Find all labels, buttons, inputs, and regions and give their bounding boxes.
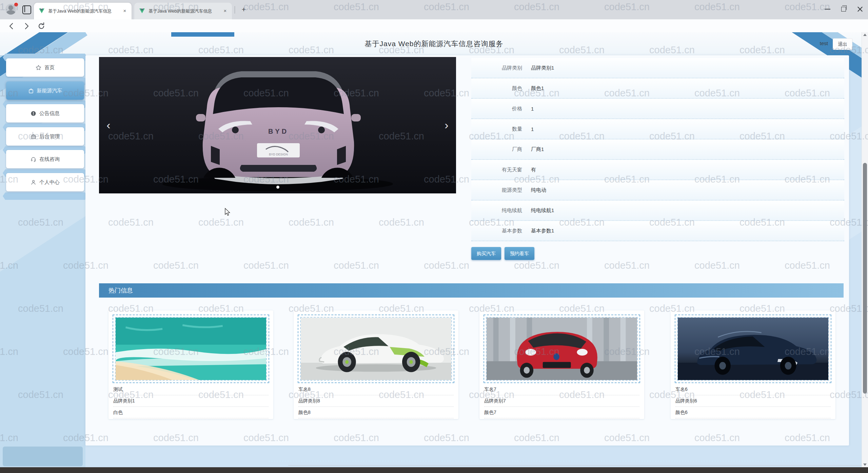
bottom-left-ribbon [3, 447, 83, 466]
card-brand: 品牌类别1 [113, 395, 269, 407]
scroll-up-icon[interactable] [863, 34, 867, 36]
bottom-dotted-divider [269, 460, 838, 462]
card-image-red-ev[interactable] [486, 317, 638, 381]
svg-text:BYD: BYD [268, 128, 289, 135]
sidebar-item-consult[interactable]: 在线咨询 [6, 150, 84, 168]
sidebar-item-vehicles[interactable]: 新能源汽车 [6, 81, 84, 100]
browser-tab-inactive[interactable]: 基于Java Web的新能源汽车信息 × [134, 3, 232, 19]
card-color: 颜色6 [675, 407, 831, 418]
username-label: test [820, 40, 828, 46]
card-brand: 品牌类别7 [484, 395, 639, 407]
detail-value: 1 [531, 106, 534, 112]
person-icon [31, 179, 36, 185]
avatar-shoulders-icon [6, 10, 15, 15]
card-image-frame [675, 315, 831, 383]
card-image-frame [484, 315, 640, 383]
scrollbar-thumb[interactable] [863, 163, 867, 394]
vue-favicon [39, 8, 45, 14]
svg-text:BYD DESIGN: BYD DESIGN [269, 153, 288, 156]
new-tab-button[interactable]: + [239, 5, 248, 14]
page-scrollbar[interactable] [862, 32, 868, 467]
detail-label: 颜色 [471, 85, 522, 92]
scroll-down-icon[interactable] [863, 463, 867, 466]
hot-card[interactable]: 车名6 品牌类别6 颜色6 [671, 310, 835, 419]
detail-value: 颜色1 [531, 85, 544, 92]
card-image-beach[interactable] [115, 317, 267, 381]
shopping-bag-icon [28, 88, 34, 94]
detail-row: 品牌类别品牌类别1 [471, 58, 844, 78]
card-name[interactable]: 车名8 [298, 384, 454, 395]
card-image-frame [298, 315, 454, 383]
bottom-divider-line [288, 465, 862, 466]
forward-icon[interactable] [22, 21, 31, 31]
web-page: 基于Java Web的新能源汽车信息咨询服务 test 退出 首页 新能源汽车 [0, 32, 868, 473]
buy-car-button[interactable]: 购买汽车 [471, 247, 501, 260]
sidebar-item-label: 公告信息 [39, 110, 60, 117]
card-image-blue-suv[interactable] [677, 317, 829, 381]
detail-value: 有 [531, 167, 536, 173]
page-header: 基于Java Web的新能源汽车信息咨询服务 test 退出 [0, 32, 868, 55]
card-name[interactable]: 测试 [113, 384, 269, 395]
tab-close-icon[interactable]: × [121, 7, 128, 14]
sidebar-item-profile[interactable]: 个人中心 [6, 173, 84, 191]
detail-row: 能源类型纯电动 [471, 180, 844, 201]
briefcase-icon [31, 134, 36, 139]
browser-toolbar: i localhost:8080/springbootsnu6t/front/d… [0, 19, 868, 33]
restore-button[interactable] [837, 5, 852, 14]
carousel-indicator-dot[interactable] [276, 186, 279, 189]
detail-value: 基本参数1 [531, 228, 554, 234]
detail-row: 颜色颜色1 [471, 78, 844, 99]
card-name[interactable]: 车名6 [675, 384, 831, 395]
detail-value: 1 [531, 126, 534, 132]
detail-row: 有无天窗有 [471, 160, 844, 180]
star-icon [36, 65, 41, 71]
detail-label: 基本参数 [471, 228, 522, 234]
detail-label: 纯电续航 [471, 207, 522, 214]
browser-tab-active[interactable]: 基于Java Web的新能源汽车信息 × [34, 3, 132, 19]
logout-button[interactable]: 退出 [833, 38, 852, 50]
minimize-button[interactable] [821, 5, 835, 14]
tab-close-icon[interactable]: × [222, 7, 229, 14]
refresh-icon[interactable] [37, 21, 46, 31]
detail-value: 厂商1 [531, 146, 544, 153]
tab-title: 基于Java Web的新能源汽车信息 [149, 8, 216, 14]
sidebar-item-admin[interactable]: 后台管理 [6, 127, 84, 146]
content-panel: BYD BYD DESIGN ‹ › 品牌类别品牌类别1 颜 [85, 55, 849, 446]
book-viewing-button[interactable]: 预约看车 [505, 247, 534, 260]
hot-card[interactable]: 测试 品牌类别1 白色 [108, 310, 273, 419]
card-color: 颜色8 [298, 407, 454, 418]
car-image-carousel: BYD BYD DESIGN ‹ › [99, 57, 456, 193]
detail-label: 价格 [471, 106, 522, 112]
close-button[interactable] [852, 5, 867, 14]
sidebar-item-label: 新能源汽车 [37, 88, 62, 94]
hot-card[interactable]: 车名8 品牌类别8 颜色8 [294, 310, 458, 419]
card-brand: 品牌类别8 [298, 395, 454, 407]
card-image-frame [113, 315, 269, 383]
tab-title: 基于Java Web的新能源汽车信息 [48, 8, 116, 14]
sidebar-item-home[interactable]: 首页 [6, 58, 84, 77]
detail-row: 价格1 [471, 99, 844, 119]
card-color: 白色 [113, 407, 269, 418]
detail-label: 能源类型 [471, 187, 522, 193]
tab-divider [235, 6, 235, 14]
car-photo: BYD BYD DESIGN [99, 57, 456, 193]
carousel-prev-arrow[interactable]: ‹ [102, 117, 115, 133]
workspaces-icon[interactable] [22, 5, 31, 14]
sidebar-item-label: 首页 [44, 64, 55, 71]
sidebar-item-announcements[interactable]: 公告信息 [6, 104, 84, 122]
carousel-next-arrow[interactable]: › [440, 117, 453, 133]
detail-row: 厂商厂商1 [471, 139, 844, 160]
taskbar-edge [0, 467, 868, 473]
detail-value: 纯电动 [531, 187, 546, 193]
card-image-concept-car[interactable] [300, 317, 452, 381]
page-title: 基于Java Web的新能源汽车信息咨询服务 [0, 32, 868, 55]
back-icon[interactable] [7, 21, 16, 31]
card-color: 颜色7 [484, 407, 639, 418]
detail-row: 数量1 [471, 119, 844, 139]
vehicle-detail-list: 品牌类别品牌类别1 颜色颜色1 价格1 数量1 厂商厂商1 有无天窗有 能源类型… [471, 58, 844, 241]
browser-tab-strip: 基于Java Web的新能源汽车信息 × 基于Java Web的新能源汽车信息 … [0, 0, 868, 19]
detail-label: 品牌类别 [471, 65, 522, 71]
hot-card[interactable]: 车名7 品牌类别7 颜色7 [479, 310, 644, 419]
detail-label: 数量 [471, 126, 522, 132]
card-name[interactable]: 车名7 [484, 384, 639, 395]
